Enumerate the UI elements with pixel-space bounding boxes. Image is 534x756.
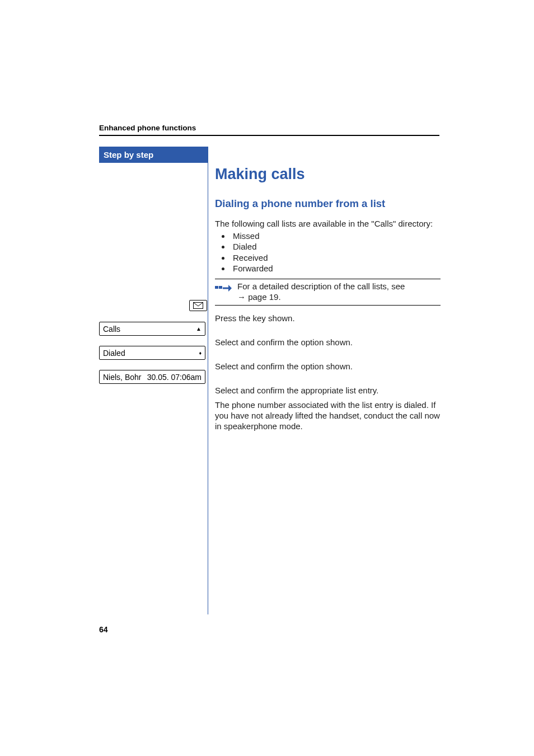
display-calls-label: Calls (103, 325, 120, 334)
bullet-dialed: Dialed (231, 241, 441, 252)
note-page-ref: page 19. (248, 292, 280, 302)
note-text: For a detailed description of the call l… (237, 281, 405, 303)
step-select-entry: Select and confirm the appropriate list … (215, 386, 378, 396)
sidebar-rule (208, 147, 208, 614)
step-press-key: Press the key shown. (215, 313, 295, 324)
svg-rect-1 (219, 286, 222, 289)
svg-rect-0 (215, 286, 218, 289)
running-head: Enhanced phone functions (99, 124, 196, 132)
display-dialed-label: Dialed (103, 349, 125, 358)
header-rule (99, 135, 439, 136)
bullet-forwarded: Forwarded (231, 263, 441, 274)
display-dialed-symbol: ♦ (199, 350, 202, 356)
note-arrow: → (237, 292, 246, 302)
bullet-missed: Missed (231, 231, 441, 242)
page-number: 64 (99, 625, 108, 634)
note-block: For a detailed description of the call l… (215, 279, 441, 306)
display-dialed: Dialed ♦ (99, 346, 205, 360)
call-lists-bullets: Missed Dialed Received Forwarded (215, 231, 441, 274)
step-by-step-banner: Step by step (99, 147, 208, 163)
messages-key-icon (189, 300, 207, 311)
display-calls: Calls ▲ (99, 322, 205, 336)
display-entry-time: 30.05. 07:06am (147, 373, 202, 382)
display-calls-symbol: ▲ (196, 326, 202, 332)
step-select-dialed: Select and confirm the option shown. (215, 361, 353, 372)
step-dial-result: The phone number associated with the lis… (215, 400, 441, 431)
note-line1: For a detailed description of the call l… (237, 281, 405, 291)
note-icon (215, 283, 232, 296)
display-entry-name: Niels, Bohr (103, 373, 141, 382)
bullet-received: Received (231, 252, 441, 264)
main-content: Making calls Dialing a phone number from… (215, 166, 441, 438)
sidebar: Step by step (99, 147, 208, 163)
display-entry: Niels, Bohr 30.05. 07:06am (99, 370, 205, 384)
intro-text: The following call lists are available i… (215, 219, 441, 229)
heading-dialing-from-list: Dialing a phone number from a list (215, 198, 441, 210)
step-select-calls: Select and confirm the option shown. (215, 337, 353, 348)
heading-making-calls: Making calls (215, 166, 441, 183)
